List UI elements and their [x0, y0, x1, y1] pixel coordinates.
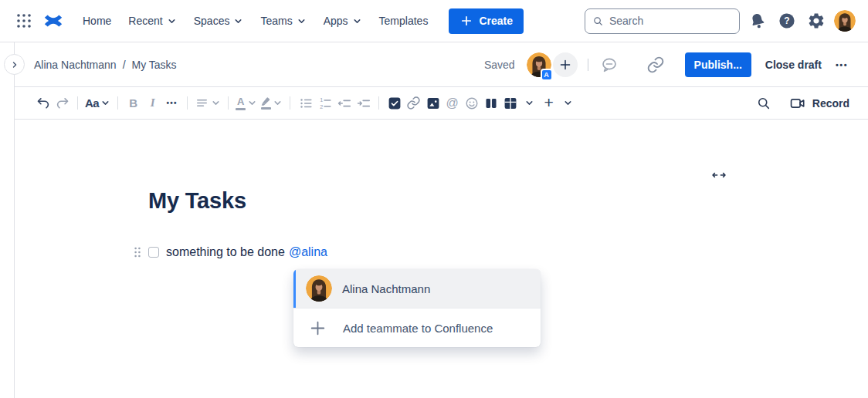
global-search[interactable]	[585, 8, 740, 34]
editor-toolbar: Aa B I ••• A	[15, 86, 868, 120]
page-title[interactable]: My Tasks	[148, 188, 246, 214]
nav-item-home[interactable]: Home	[74, 0, 120, 42]
create-button[interactable]: Create	[449, 8, 524, 34]
chevron-down-icon	[297, 16, 307, 26]
insert-element-button[interactable]: +	[539, 93, 558, 114]
highlight-color-button[interactable]	[259, 93, 284, 114]
chevron-down-icon	[211, 98, 221, 108]
breadcrumb-space-link[interactable]: Alina Nachtmann	[34, 59, 117, 71]
search-icon	[592, 15, 604, 28]
record-button[interactable]: Record	[789, 95, 849, 112]
insert-link-button[interactable]	[404, 93, 423, 114]
comments-button[interactable]	[598, 54, 620, 76]
profile-button[interactable]	[834, 10, 856, 32]
nav-label: Recent	[128, 15, 162, 27]
insert-table-button[interactable]	[500, 93, 520, 114]
insert-element-options-button[interactable]	[558, 93, 578, 114]
confluence-app: Home Recent Spaces Teams Apps Templates	[0, 0, 868, 398]
drag-handle[interactable]	[133, 245, 142, 259]
layouts-icon	[483, 96, 499, 111]
nav-label: Home	[83, 15, 111, 27]
breadcrumb-page-link[interactable]: My Tasks	[132, 59, 177, 71]
undo-button[interactable]	[33, 93, 53, 114]
redo-button[interactable]	[53, 93, 72, 114]
expand-sidebar-button[interactable]	[4, 54, 25, 75]
chevron-right-icon	[9, 59, 20, 70]
publish-button[interactable]: Publish...	[685, 52, 751, 77]
outdent-button[interactable]	[334, 93, 354, 114]
divider	[228, 96, 229, 110]
copy-link-button[interactable]	[645, 54, 666, 76]
invite-collaborator-button[interactable]	[553, 52, 578, 77]
help-button[interactable]: ?	[775, 8, 798, 33]
nav-item-spaces[interactable]: Spaces	[185, 0, 253, 42]
nav-label: Spaces	[194, 15, 230, 27]
alignment-button[interactable]	[193, 93, 222, 114]
plus-icon: +	[544, 94, 554, 110]
text-styles-button[interactable]: Aa	[83, 93, 112, 114]
nav-item-apps[interactable]: Apps	[315, 0, 371, 42]
divider	[378, 96, 379, 110]
image-icon	[426, 96, 441, 111]
find-replace-button[interactable]	[754, 93, 774, 114]
bullet-list-button[interactable]	[296, 93, 315, 114]
search-icon	[756, 96, 771, 111]
undo-icon	[36, 96, 51, 111]
notifications-button[interactable]	[746, 8, 769, 33]
mention-text[interactable]: @alina	[289, 245, 327, 259]
divider	[588, 59, 588, 71]
bold-button[interactable]: B	[124, 93, 143, 114]
user-avatar	[834, 10, 856, 32]
nav-item-recent[interactable]: Recent	[120, 0, 185, 42]
svg-text:1: 1	[320, 96, 323, 103]
emoji-button[interactable]	[462, 93, 481, 114]
text-color-button[interactable]: A	[234, 93, 259, 114]
settings-button[interactable]	[805, 8, 828, 33]
more-actions-button[interactable]: •••	[836, 60, 848, 69]
task-item: something to be done @alina	[133, 245, 327, 259]
indent-icon	[356, 96, 371, 111]
insert-image-button[interactable]	[423, 93, 442, 114]
user-avatar	[306, 275, 332, 302]
nav-label: Teams	[260, 15, 292, 27]
nav-item-teams[interactable]: Teams	[252, 0, 314, 42]
numbered-list-button[interactable]: 1 2	[315, 93, 334, 114]
add-teammate-option[interactable]: Add teammate to Confluence	[293, 309, 541, 347]
highlighter-icon	[260, 96, 271, 110]
align-left-icon	[195, 96, 209, 110]
task-list-button[interactable]	[385, 93, 404, 114]
close-draft-button[interactable]: Close draft	[758, 52, 829, 77]
nav-label: Templates	[379, 15, 429, 27]
search-input[interactable]	[609, 15, 732, 27]
indent-button[interactable]	[354, 93, 373, 114]
more-formatting-label: •••	[166, 99, 177, 107]
task-checkbox[interactable]	[148, 247, 159, 258]
task-text[interactable]: something to be done	[166, 245, 285, 259]
record-label: Record	[812, 97, 849, 110]
layouts-button[interactable]	[481, 93, 500, 114]
saved-status: Saved	[484, 59, 515, 71]
page-width-toggle-button[interactable]	[709, 166, 729, 186]
chevron-down-icon	[100, 98, 110, 108]
confluence-logo[interactable]	[42, 9, 65, 32]
editor-canvas[interactable]: My Tasks something to be done @alina Ali…	[0, 120, 868, 398]
topnav-right-group: ?	[585, 8, 856, 34]
chevron-down-icon	[563, 98, 573, 108]
svg-text:?: ?	[784, 15, 789, 26]
collaborator-badge: A	[541, 69, 553, 81]
mention-button[interactable]: @	[442, 93, 462, 114]
italic-button[interactable]: I	[143, 93, 162, 114]
gear-icon	[807, 12, 826, 30]
video-camera-icon	[789, 95, 806, 112]
mention-option-user[interactable]: Alina Nachtmann	[293, 269, 541, 308]
chevron-down-icon	[524, 98, 534, 108]
chevron-down-icon	[247, 98, 257, 108]
app-switcher-button[interactable]	[12, 9, 36, 32]
outdent-icon	[337, 96, 352, 111]
table-options-button[interactable]	[520, 93, 539, 114]
collaborator-avatar-button[interactable]: A	[527, 52, 551, 77]
more-formatting-button[interactable]: •••	[162, 93, 181, 114]
color-bar	[236, 108, 246, 110]
top-navigation: Home Recent Spaces Teams Apps Templates	[0, 0, 868, 42]
nav-item-templates[interactable]: Templates	[371, 0, 437, 42]
